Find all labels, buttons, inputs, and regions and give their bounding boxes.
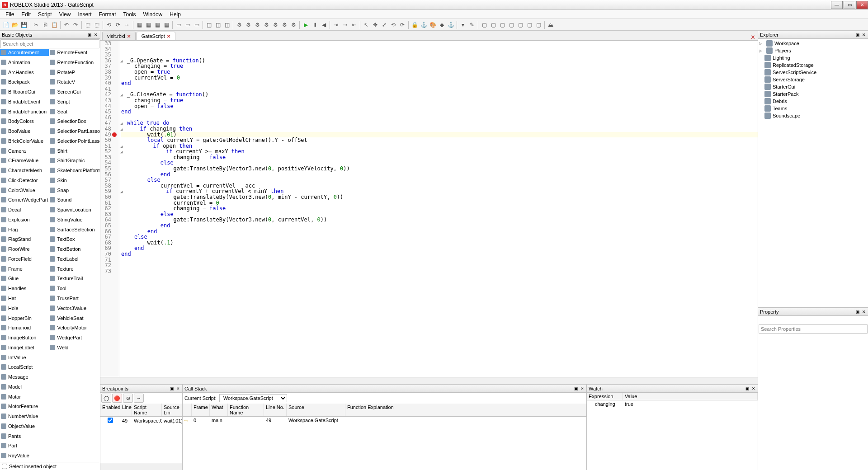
col-line[interactable]: Line [120, 404, 132, 416]
col-script[interactable]: Script Name [132, 404, 162, 416]
select-inserted-checkbox[interactable] [2, 464, 7, 469]
panel-close-icon[interactable]: ✕ [175, 385, 181, 392]
open-icon[interactable]: 📂 [11, 21, 19, 29]
object-item[interactable]: TextBox [49, 235, 100, 243]
rotate-icon[interactable]: ⟲ [105, 21, 113, 29]
object-item[interactable]: ArcHandles [0, 69, 49, 76]
object-item[interactable]: CFrameValue [0, 157, 49, 164]
minimize-button[interactable]: — [831, 1, 843, 9]
search-properties-input[interactable] [759, 324, 868, 334]
step-out-icon[interactable]: ⇤ [350, 21, 358, 29]
col-source[interactable]: Source [287, 404, 345, 416]
object-item[interactable]: Message [0, 373, 49, 381]
tree-item-startergui[interactable]: StarterGui [759, 83, 867, 90]
save-icon[interactable]: 💾 [20, 21, 28, 29]
object-item[interactable]: Vector3Value [49, 305, 100, 312]
object-item[interactable]: Hat [0, 295, 49, 302]
object-item[interactable]: RotateV [49, 78, 100, 85]
menu-view[interactable]: View [56, 10, 75, 19]
view2-icon[interactable]: ▭ [184, 21, 192, 29]
tree-item-starterpack[interactable]: StarterPack [759, 90, 867, 98]
object-item[interactable]: Model [0, 383, 49, 390]
surf5-icon[interactable]: ▢ [516, 21, 524, 29]
code-line[interactable]: open = false [121, 103, 758, 109]
menu-script[interactable]: Script [34, 10, 56, 19]
code-line[interactable]: gate:TranslateBy(Vector3.new(0, currentV… [121, 217, 758, 223]
surf2-icon[interactable]: ▢ [489, 21, 497, 29]
object-item[interactable]: Animation [0, 59, 49, 66]
search-objects-input[interactable] [0, 39, 99, 48]
code-line[interactable]: ◢ _G.CloseGate = function() [121, 92, 758, 98]
grid-icon[interactable]: ▦ [135, 21, 143, 29]
col-expression[interactable]: Expression [587, 393, 623, 400]
pause-icon[interactable]: ⏸ [311, 21, 319, 29]
object-item[interactable]: BrickColorValue [0, 137, 49, 145]
new-icon[interactable]: 📄 [2, 21, 10, 29]
undock-icon[interactable]: ▣ [854, 309, 861, 315]
tree-item-serverscriptservice[interactable]: ServerScriptService [759, 69, 867, 76]
bp-disable-icon[interactable]: ⊘ [123, 394, 133, 403]
callstack-row[interactable]: ⇨ 0 main 49 Workspace.GateScript [183, 417, 586, 424]
step-in-icon[interactable]: ⇥ [332, 21, 340, 29]
tree-item-players[interactable]: Players [759, 47, 867, 54]
object-item[interactable]: Glue [0, 275, 49, 282]
tree-item-lighting[interactable]: Lighting [759, 54, 867, 61]
object-item[interactable] [49, 354, 100, 361]
code-line[interactable]: currentVel = 0 [121, 75, 758, 81]
code-line[interactable]: end [121, 229, 758, 235]
surf1-icon[interactable]: ▢ [480, 21, 488, 29]
surf4-icon[interactable]: ▢ [507, 21, 515, 29]
step-back-icon[interactable]: ◀ [320, 21, 328, 29]
surf7-icon[interactable]: ▢ [534, 21, 542, 29]
object-item[interactable]: LocalScript [0, 363, 49, 371]
object-item[interactable]: TextureTrail [49, 275, 100, 282]
tool6-icon[interactable]: ⚙ [280, 21, 288, 29]
step-over-icon[interactable]: ⇢ [341, 21, 349, 29]
code-line[interactable] [121, 263, 758, 268]
tree-item-soundscape[interactable]: Soundscape [759, 112, 867, 119]
object-item[interactable]: Accoutrement [0, 49, 49, 56]
object-item[interactable]: Snap [49, 187, 100, 194]
material-icon[interactable]: ◆ [438, 21, 446, 29]
menu-edit[interactable]: Edit [18, 10, 34, 19]
maximize-button[interactable]: ▭ [844, 1, 855, 9]
col-func[interactable]: Function Name [228, 404, 264, 416]
object-item[interactable]: Explosion [0, 216, 49, 223]
code-line[interactable] [121, 268, 758, 274]
document-tab[interactable]: GateScript✕ [137, 32, 175, 40]
code-line[interactable] [121, 115, 758, 121]
object-item[interactable]: Weld [49, 344, 100, 351]
current-script-select[interactable]: Workspace.GateScript [219, 394, 287, 402]
refresh-icon[interactable]: ⟳ [398, 21, 406, 29]
tree-item-workspace[interactable]: Workspace [759, 40, 867, 47]
code-line[interactable]: ◢ if changing then [121, 126, 758, 132]
split1-icon[interactable]: ◫ [205, 21, 213, 29]
panel-close-icon[interactable]: ✕ [750, 385, 757, 392]
object-item[interactable]: WedgePart [49, 334, 100, 341]
object-item[interactable] [49, 373, 100, 381]
panel-close-icon[interactable]: ✕ [93, 32, 99, 38]
rotate-tool-icon[interactable]: ⟲ [389, 21, 397, 29]
col-what[interactable]: What [210, 404, 228, 416]
object-item[interactable]: Hole [0, 305, 49, 312]
bp-toggle-icon[interactable]: ◯ [101, 394, 111, 403]
object-item[interactable]: Color3Value [0, 187, 49, 194]
object-item[interactable]: Handles [0, 285, 49, 292]
undock-icon[interactable]: ▣ [573, 385, 579, 392]
scale-tool-icon[interactable]: ⤢ [380, 21, 388, 29]
object-item[interactable]: CornerWedgePart [0, 196, 49, 203]
object-item[interactable]: Part [0, 442, 49, 449]
move-icon[interactable]: ↔ [123, 21, 131, 29]
editor-horizontal-scrollbar[interactable] [100, 377, 758, 384]
surf6-icon[interactable]: ▢ [525, 21, 533, 29]
object-item[interactable]: Script [49, 98, 100, 105]
object-item[interactable] [49, 452, 100, 459]
undock-icon[interactable]: ▣ [854, 32, 861, 38]
close-all-tabs-icon[interactable]: ✕ [750, 34, 756, 40]
object-item[interactable]: VehicleSeat [49, 315, 100, 322]
terrain-icon[interactable]: ⛰ [547, 21, 555, 29]
object-item[interactable]: Flag [0, 226, 49, 233]
wand-icon[interactable]: ✎ [468, 21, 476, 29]
col-source[interactable]: Source Lin [162, 404, 182, 416]
tool1-icon[interactable]: ⚙ [235, 21, 243, 29]
